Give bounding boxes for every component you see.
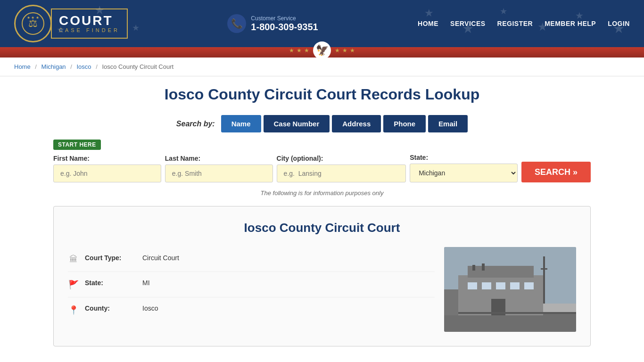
city-input[interactable] [277, 165, 406, 182]
search-by-row: Search by: Name Case Number Address Phon… [53, 115, 591, 132]
first-name-input[interactable] [53, 165, 161, 182]
court-info-content: 🏛 Court Type: Circuit Court 🚩 State: MI … [68, 247, 576, 332]
logo-text: COURT CASE FINDER [51, 8, 128, 39]
logo-circle: ⚖ ★ ★ ★ [14, 5, 52, 42]
breadcrumb-sep-3: / [96, 63, 98, 70]
start-here-badge: START HERE [53, 140, 591, 154]
county-value: Iosco [142, 304, 158, 312]
county-row: 📍 County: Iosco [68, 297, 435, 322]
tab-email[interactable]: Email [428, 115, 468, 132]
tab-address[interactable]: Address [332, 115, 381, 132]
last-name-group: Last Name: [165, 155, 273, 182]
svg-rect-20 [468, 282, 477, 289]
city-group: City (optional): [277, 155, 406, 182]
info-note: The following is for information purpose… [53, 189, 591, 197]
svg-rect-25 [472, 265, 475, 271]
svg-text:★: ★ [424, 7, 434, 19]
state-group: State: AlabamaAlaskaArizonaArkansasCalif… [410, 154, 518, 182]
county-label: County: [85, 304, 137, 312]
state-row-label: State: [85, 279, 137, 287]
tab-name[interactable]: Name [221, 115, 261, 132]
court-type-value: Circuit Court [142, 254, 179, 262]
nav-register[interactable]: REGISTER [497, 20, 533, 27]
page-title: Iosco County Circuit Court Records Looku… [53, 86, 591, 103]
search-button[interactable]: SEARCH » [521, 162, 591, 182]
cs-info: Customer Service 1-800-309-9351 [251, 15, 318, 33]
svg-rect-15 [444, 313, 576, 332]
svg-rect-28 [444, 312, 576, 314]
breadcrumb-sep-2: / [70, 63, 72, 70]
court-building-image [444, 247, 576, 332]
breadcrumb: Home / Michigan / Iosco / Iosco County C… [0, 58, 644, 76]
last-name-input[interactable] [165, 165, 273, 182]
logo[interactable]: ⚖ ★ ★ ★ COURT CASE FINDER [14, 5, 128, 42]
first-name-group: First Name: [53, 155, 161, 182]
stars-left: ★★★ [289, 47, 309, 54]
wave-bar: ★★★ 🦅 ★★★ [0, 47, 644, 58]
svg-rect-26 [482, 263, 485, 271]
state-row-value: MI [142, 279, 150, 287]
court-info-box: Iosco County Circuit Court 🏛 Court Type:… [53, 206, 591, 346]
svg-rect-22 [496, 282, 505, 289]
breadcrumb-current: Iosco County Circuit Court [102, 63, 173, 70]
court-info-details: 🏛 Court Type: Circuit Court 🚩 State: MI … [68, 247, 435, 332]
svg-rect-24 [524, 282, 534, 289]
svg-rect-17 [468, 266, 534, 278]
breadcrumb-home[interactable]: Home [14, 63, 31, 70]
search-by-label: Search by: [176, 120, 215, 128]
svg-rect-21 [482, 282, 491, 289]
state-label: State: [410, 154, 518, 161]
svg-text:★: ★ [132, 23, 140, 33]
main-content: Iosco County Circuit Court Records Looku… [39, 76, 605, 356]
breadcrumb-iosco[interactable]: Iosco [76, 63, 91, 70]
tab-phone[interactable]: Phone [383, 115, 426, 132]
svg-text:★: ★ [575, 10, 584, 21]
building-icon: 🏛 [68, 255, 79, 264]
city-label: City (optional): [277, 155, 406, 162]
tab-case-number[interactable]: Case Number [264, 115, 330, 132]
customer-service: 📞 Customer Service 1-800-309-9351 [227, 14, 318, 33]
court-type-label: Court Type: [85, 254, 137, 262]
main-nav: HOME SERVICES REGISTER MEMBER HELP LOGIN [418, 20, 630, 27]
stars-right: ★★★ [335, 47, 355, 54]
search-form: First Name: Last Name: City (optional): … [53, 154, 591, 182]
last-name-label: Last Name: [165, 155, 273, 162]
svg-text:★ ★ ★: ★ ★ ★ [27, 16, 39, 20]
site-header: ★ ★ ★ ★ ★ ★ ★ ★ ★ ★ ⚖ ★ ★ ★ COURT CASE F… [0, 0, 644, 47]
first-name-label: First Name: [53, 155, 161, 162]
court-type-row: 🏛 Court Type: Circuit Court [68, 247, 435, 272]
eagle-icon: 🦅 [313, 41, 331, 59]
nav-home[interactable]: HOME [418, 20, 438, 27]
nav-login[interactable]: LOGIN [608, 20, 630, 27]
svg-rect-29 [444, 289, 458, 315]
breadcrumb-sep-1: / [35, 63, 37, 70]
nav-member-help[interactable]: MEMBER HELP [545, 20, 596, 27]
eagle-emblem-area: ★★★ 🦅 ★★★ [289, 41, 355, 59]
phone-icon: 📞 [227, 14, 246, 33]
state-select[interactable]: AlabamaAlaskaArizonaArkansasCaliforniaCo… [410, 164, 518, 182]
svg-rect-23 [510, 282, 520, 289]
svg-rect-19 [541, 268, 547, 270]
svg-rect-18 [543, 256, 545, 304]
state-row: 🚩 State: MI [68, 272, 435, 297]
state-flag-icon: 🚩 [68, 280, 79, 290]
svg-text:★: ★ [500, 7, 507, 16]
court-info-title: Iosco County Circuit Court [68, 221, 576, 235]
county-flag-icon: 📍 [68, 305, 79, 315]
breadcrumb-michigan[interactable]: Michigan [41, 63, 66, 70]
nav-services[interactable]: SERVICES [450, 20, 486, 27]
